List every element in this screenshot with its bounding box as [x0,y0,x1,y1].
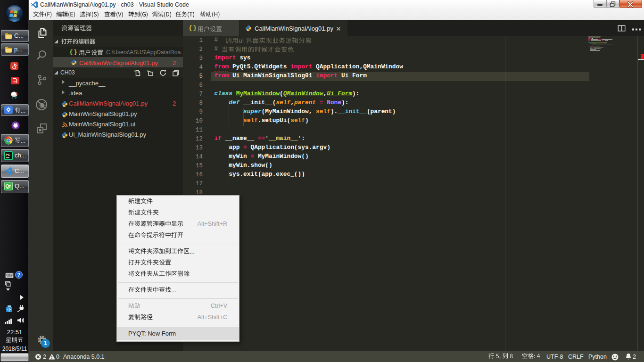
svg-text:PC: PC [6,153,10,156]
svg-text:?: ? [17,272,21,278]
svg-text:Qt: Qt [6,184,11,189]
